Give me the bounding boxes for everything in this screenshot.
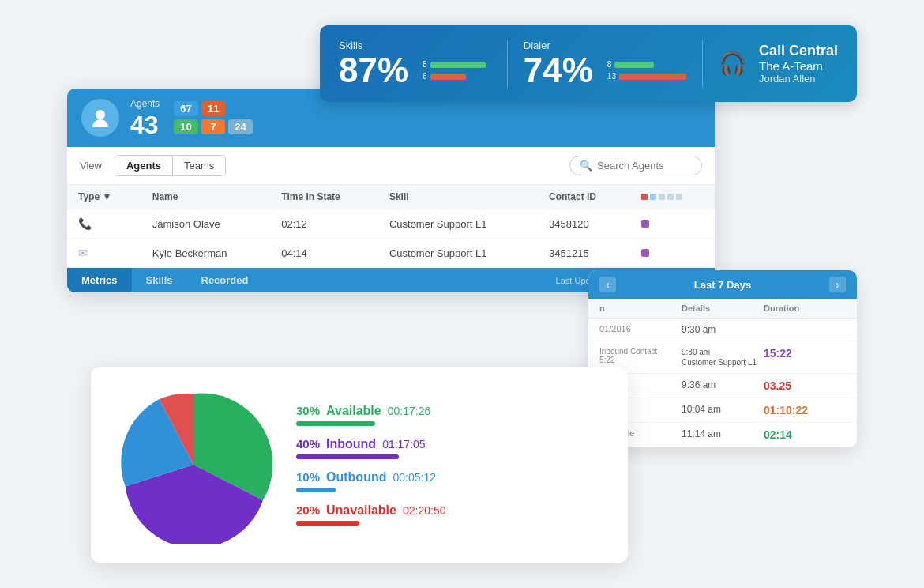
skills-bar-green	[430, 62, 486, 68]
trow-dur-3: 03.25	[764, 379, 846, 392]
timeline-prev[interactable]: ‹	[599, 277, 616, 292]
col-type: Type ▼	[67, 185, 141, 209]
timeline-row: Inbound Contact 5:22 9:30 am Customer Su…	[588, 341, 857, 374]
col-contact: Contact ID	[538, 185, 630, 209]
bar-inbound	[296, 454, 399, 459]
action-1	[630, 209, 715, 239]
divider1	[507, 40, 508, 88]
sub-tab-recorded[interactable]: Recorded	[187, 268, 263, 292]
headset-icon: 🎧	[719, 51, 746, 77]
badge-24: 24	[228, 119, 252, 134]
filter-red[interactable]	[641, 194, 648, 200]
agents-label: Agents	[130, 98, 160, 109]
label-outbound: Outbound	[326, 470, 386, 484]
timeline-card: ‹ Last 7 Days › n Details Duration 01/20…	[588, 270, 857, 447]
sub-tab-skills[interactable]: Skills	[132, 268, 187, 292]
type-email: ✉	[67, 239, 141, 268]
badge-10: 10	[174, 119, 197, 134]
col-name: Name	[141, 185, 271, 209]
trow-date-1: 01/2016	[599, 324, 682, 335]
bar-unavailable	[296, 521, 359, 526]
filter-lt2[interactable]	[667, 194, 674, 200]
time-outbound: 00:05:12	[393, 471, 436, 484]
agents-panel: Agents 43 67 11 10 7 24 View Agents Team…	[67, 89, 715, 292]
timeline-row: 01/2016 9:30 am	[588, 318, 857, 341]
time-state-1: 02:12	[270, 209, 378, 239]
skill-1: Customer Support L1	[378, 209, 538, 239]
trow-detail-5: 11:14 am	[682, 428, 764, 441]
svg-point-0	[96, 110, 105, 119]
bar-available	[296, 421, 375, 426]
agents-badges: 67 11 10 7 24	[174, 101, 252, 134]
view-label: View	[80, 160, 102, 172]
filter-lt1[interactable]	[659, 194, 665, 200]
col-time: Time In State	[270, 185, 378, 209]
view-tab-group: Agents Teams	[115, 155, 226, 176]
sub-tab-metrics[interactable]: Metrics	[67, 268, 132, 292]
agents-toolbar: View Agents Teams 🔍	[67, 147, 715, 185]
trow-date-2: Inbound Contact 5:22	[599, 347, 682, 368]
trow-dur-4: 01:10:22	[764, 404, 846, 416]
trow-detail-1: 9:30 am	[682, 324, 764, 335]
skill-2: Customer Support L1	[378, 239, 538, 268]
tab-teams[interactable]: Teams	[173, 156, 225, 175]
time-available: 00:17:26	[388, 405, 431, 417]
pct-outbound: 10%	[296, 470, 320, 484]
divider2	[702, 40, 703, 88]
agents-number: 43	[130, 112, 160, 138]
skills-bars: 8 6	[423, 60, 486, 81]
dialer-bars: 8 13	[607, 60, 686, 81]
skills-bar1-num: 8	[423, 60, 427, 69]
timeline-row: Search 9:36 am 03.25	[588, 374, 857, 398]
type-phone: 📞	[67, 209, 141, 239]
team-name: The A-Team	[759, 59, 838, 73]
time-state-2: 04:14	[270, 239, 378, 268]
timeline-period: Last 7 Days	[694, 279, 751, 291]
table-row: 📞 Jámison Olave 02:12 Customer Support L…	[67, 209, 715, 239]
label-available: Available	[326, 404, 381, 418]
skills-percent: 87%	[339, 53, 408, 88]
dialer-label: Dialer	[524, 40, 686, 51]
contact-id-2: 3451215	[538, 239, 630, 268]
time-inbound: 01:17:05	[382, 438, 426, 450]
table-row: ✉ Kyle Beckerman 04:14 Customer Support …	[67, 239, 715, 268]
pie-legend: 30% Available 00:17:26 40% Inbound 01:17…	[296, 404, 604, 526]
skills-section: Skills 87% 8 6	[339, 40, 491, 88]
tcol-details: Details	[682, 303, 764, 313]
pct-inbound: 40%	[296, 437, 320, 450]
trow-dur-2: 15:22	[764, 347, 846, 368]
trow-dur-5: 02:14	[764, 428, 846, 441]
timeline-header: ‹ Last 7 Days ›	[588, 270, 857, 299]
avatar	[81, 99, 119, 137]
badge-7: 7	[201, 119, 225, 134]
tcol-duration: Duration	[764, 303, 846, 313]
badge-67: 67	[174, 101, 197, 116]
trow-detail-3: 9:36 am	[682, 379, 764, 392]
dialer-bar-green	[614, 62, 654, 68]
search-box[interactable]: 🔍	[569, 156, 702, 175]
tab-agents[interactable]: Agents	[115, 156, 173, 175]
timeline-row: Available 11:14 am 02:14	[588, 423, 857, 447]
call-central-card: Skills 87% 8 6 Dialer 74%	[320, 25, 857, 102]
search-input[interactable]	[597, 160, 692, 172]
agents-table: Type ▼ Name Time In State Skill Contact …	[67, 185, 715, 268]
search-icon: 🔍	[580, 160, 592, 172]
filter-blue[interactable]	[650, 194, 656, 200]
tcol-n: n	[599, 303, 682, 313]
trow-detail-2: 9:30 am Customer Support L1	[682, 347, 764, 368]
agent-name: Jordan Allen	[759, 73, 838, 85]
dialer-bar-red	[619, 74, 686, 80]
legend-inbound: 40% Inbound 01:17:05	[296, 437, 604, 459]
trow-dur-1	[764, 324, 846, 335]
label-inbound: Inbound	[326, 437, 376, 451]
legend-unavailable: 20% Unavailable 02:20:50	[296, 503, 604, 526]
dialer-section: Dialer 74% 8 13	[524, 40, 686, 88]
pie-chart	[115, 386, 272, 544]
col-skill: Skill	[378, 185, 538, 209]
timeline-col-headers: n Details Duration	[588, 299, 857, 318]
legend-outbound: 10% Outbound 00:05:12	[296, 470, 604, 492]
filter-lt3[interactable]	[676, 194, 682, 200]
timeline-next[interactable]: ›	[829, 277, 846, 292]
pct-available: 30%	[296, 404, 320, 417]
agent-name-1: Jámison Olave	[141, 209, 271, 239]
